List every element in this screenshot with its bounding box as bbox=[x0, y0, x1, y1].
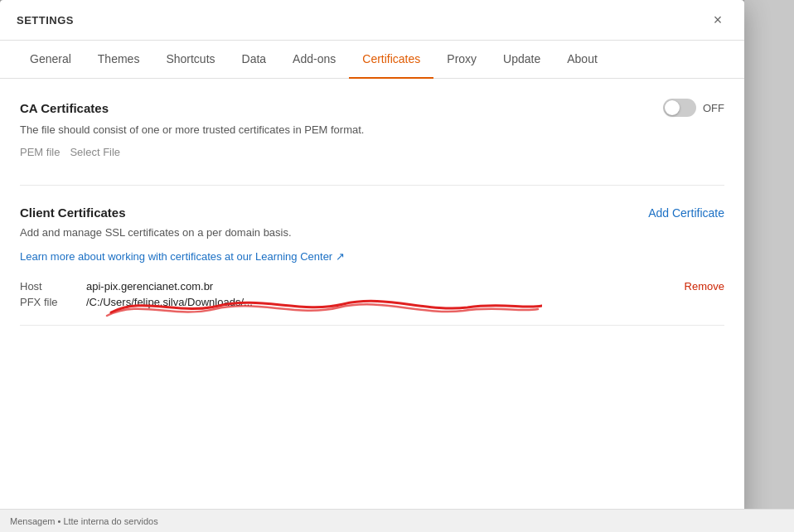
host-value: api-pix.gerencianet.com.br bbox=[86, 280, 685, 293]
tab-about[interactable]: About bbox=[554, 41, 611, 79]
modal-content: CA Certificates OFF The file should cons… bbox=[0, 79, 744, 522]
modal-header: SETTINGS × bbox=[0, 0, 744, 41]
tab-general[interactable]: General bbox=[17, 41, 85, 79]
ca-section-header: CA Certificates OFF bbox=[20, 99, 724, 117]
bottom-bar: Mensagem • Ltte interna do servidos bbox=[0, 509, 794, 532]
client-description: Add and manage SSL certificates on a per… bbox=[20, 226, 724, 239]
toggle-label: OFF bbox=[703, 102, 724, 114]
ca-toggle[interactable] bbox=[663, 99, 696, 117]
client-section-header: Client Certificates Add Certificate bbox=[20, 206, 724, 220]
tab-data[interactable]: Data bbox=[229, 41, 280, 79]
pfx-label: PFX file bbox=[20, 296, 86, 308]
section-divider bbox=[20, 185, 724, 186]
tab-update[interactable]: Update bbox=[490, 41, 554, 79]
remove-certificate-button[interactable]: Remove bbox=[685, 280, 724, 293]
ca-certificates-title: CA Certificates bbox=[20, 101, 109, 115]
bottom-bar-text: Mensagem • Ltte interna do servidos bbox=[10, 516, 158, 526]
tab-certificates[interactable]: Certificates bbox=[349, 41, 433, 79]
tab-add-ons[interactable]: Add-ons bbox=[279, 41, 349, 79]
add-certificate-button[interactable]: Add Certificate bbox=[648, 206, 724, 220]
pfx-value: /C:/Users/felipe.silva/Downloads/... bbox=[86, 296, 724, 308]
tab-shortcuts[interactable]: Shortcuts bbox=[153, 41, 228, 79]
pem-label: PEM file bbox=[20, 146, 60, 158]
tab-proxy[interactable]: Proxy bbox=[433, 41, 490, 79]
client-certificates-section: Client Certificates Add Certificate Add … bbox=[20, 206, 724, 326]
cert-pfx-row: PFX file /C:/Users/felipe.silva/Download… bbox=[20, 296, 724, 308]
ca-description: The file should consist of one or more t… bbox=[20, 123, 724, 136]
tab-bar: General Themes Shortcuts Data Add-ons Ce… bbox=[0, 41, 744, 79]
tab-themes[interactable]: Themes bbox=[85, 41, 153, 79]
ca-certificates-section: CA Certificates OFF The file should cons… bbox=[20, 99, 724, 158]
pem-row: PEM file Select File bbox=[20, 146, 724, 158]
host-label: Host bbox=[20, 280, 86, 293]
close-button[interactable]: × bbox=[708, 10, 728, 30]
cert-host-row: Host api-pix.gerencianet.com.br Remove bbox=[20, 280, 724, 293]
settings-modal: SETTINGS × General Themes Shortcuts Data… bbox=[0, 0, 744, 522]
modal-title: SETTINGS bbox=[17, 14, 74, 27]
certificate-entry: Host api-pix.gerencianet.com.br Remove P… bbox=[20, 280, 724, 326]
client-certificates-title: Client Certificates bbox=[20, 206, 126, 220]
select-file-button[interactable]: Select File bbox=[70, 146, 120, 158]
toggle-container: OFF bbox=[663, 99, 724, 117]
learn-more-link[interactable]: Learn more about working with certificat… bbox=[20, 250, 345, 263]
